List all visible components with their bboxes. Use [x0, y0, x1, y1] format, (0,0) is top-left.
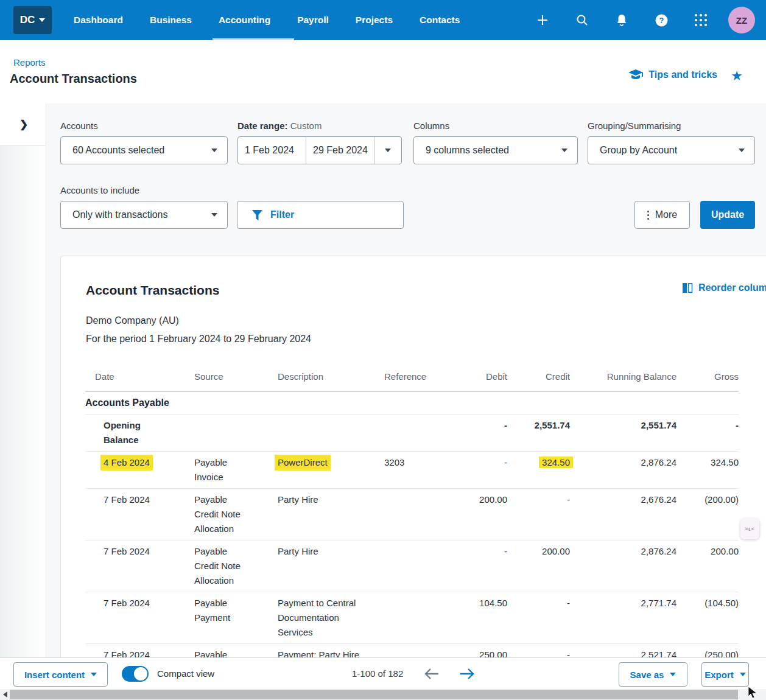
accounts-select-value: 60 Accounts selected: [72, 145, 164, 156]
org-menu-button[interactable]: DC: [13, 6, 52, 34]
table-header-row: Date Source Description Reference Debit …: [85, 363, 739, 392]
table-row[interactable]: 7 Feb 2024 Payable Credit Note Allocatio…: [85, 541, 739, 592]
previous-page-arrow-icon[interactable]: [423, 665, 441, 683]
scrollbar-thumb[interactable]: [10, 690, 738, 699]
columns-filter-label: Columns: [413, 121, 449, 131]
table-row[interactable]: 7 Feb 2024 Payable Credit Note Allocatio…: [85, 489, 739, 541]
chevron-down-icon: [739, 149, 745, 152]
graduation-cap-icon: [628, 69, 643, 80]
date-range-label: Date range: Custom: [237, 121, 322, 131]
col-header-credit[interactable]: Credit: [507, 363, 570, 392]
filter-button[interactable]: Filter: [237, 201, 404, 229]
chevron-down-icon: [561, 149, 567, 152]
col-header-description[interactable]: Description: [268, 363, 374, 392]
rail-header: ❯: [0, 103, 46, 146]
grouping-select[interactable]: Group by Account: [588, 136, 755, 164]
compact-view-toggle[interactable]: [122, 666, 149, 682]
save-as-label: Save as: [630, 670, 664, 680]
accounts-include-value: Only with transactions: [72, 209, 168, 220]
more-button-label: More: [655, 209, 677, 220]
grouping-select-value: Group by Account: [600, 145, 677, 156]
chevron-down-icon: [385, 149, 391, 152]
pagination-range: 1-100 of 182: [352, 668, 403, 679]
save-as-button[interactable]: Save as: [619, 662, 687, 687]
avatar[interactable]: ZZ: [728, 7, 755, 33]
report-company: Demo Company (AU): [86, 315, 179, 326]
page-header: Reports Account Transactions Tips and tr…: [0, 40, 766, 103]
insert-content-label: Insert content: [24, 670, 85, 680]
search-icon[interactable]: [570, 8, 594, 32]
tab-business[interactable]: Business: [150, 15, 192, 26]
col-header-reference[interactable]: Reference: [374, 363, 432, 392]
col-header-source[interactable]: Source: [184, 363, 268, 392]
next-page-arrow-icon[interactable]: [458, 665, 476, 683]
date-range-dropdown[interactable]: [374, 137, 401, 164]
section-header-row: Accounts Payable: [85, 392, 739, 415]
bell-icon[interactable]: [610, 8, 634, 32]
filter-button-label: Filter: [270, 209, 294, 220]
favourite-star-icon[interactable]: ★: [731, 68, 743, 84]
nav-tabs: Dashboard Business Accounting Payroll Pr…: [74, 0, 460, 40]
org-menu-label: DC: [20, 14, 35, 26]
grouping-filter-label: Grouping/Summarising: [588, 121, 681, 131]
date-from-input[interactable]: 1 Feb 2024: [238, 137, 306, 164]
accounts-filter-label: Accounts: [60, 121, 98, 131]
section-title: Accounts Payable: [85, 392, 739, 415]
col-header-gross[interactable]: Gross: [676, 363, 739, 392]
avatar-initials: ZZ: [736, 15, 747, 26]
plus-icon[interactable]: [530, 8, 555, 32]
reorder-columns-label: Reorder columns: [698, 282, 766, 293]
export-button[interactable]: Export: [701, 662, 749, 687]
date-to-input[interactable]: 29 Feb 2024: [306, 137, 374, 164]
page-title: Account Transactions: [10, 72, 137, 86]
chevron-down-icon: [740, 673, 746, 676]
transactions-body: Accounts Payable Opening Balance - 2,551…: [85, 392, 739, 681]
floating-extension-button[interactable]: >ᴌ<: [740, 519, 759, 539]
insert-content-button[interactable]: Insert content: [13, 662, 108, 687]
table-row[interactable]: 4 Feb 2024 Payable Invoice PowerDirect 3…: [85, 452, 739, 489]
funnel-icon: [252, 210, 262, 220]
report-period: For the period 1 February 2024 to 29 Feb…: [86, 334, 311, 345]
report-title: Account Transactions: [86, 283, 219, 298]
tab-projects[interactable]: Projects: [356, 15, 393, 26]
help-icon[interactable]: ?: [649, 8, 673, 32]
footer-toolbar: Insert content Compact view 1-100 of 182…: [0, 657, 766, 689]
tips-and-tricks-link[interactable]: Tips and tricks: [628, 69, 717, 80]
horizontal-scrollbar[interactable]: [0, 689, 766, 700]
tab-contacts[interactable]: Contacts: [420, 15, 460, 26]
table-row[interactable]: Opening Balance - 2,551.74 2,551.74 -: [85, 415, 739, 452]
breadcrumb-reports[interactable]: Reports: [13, 57, 46, 68]
reorder-columns-link[interactable]: Reorder columns: [683, 282, 766, 293]
apps-grid-icon[interactable]: [689, 8, 713, 32]
tab-dashboard[interactable]: Dashboard: [74, 15, 123, 26]
columns-icon: [683, 283, 693, 293]
expand-panel-chevron-icon[interactable]: ❯: [19, 118, 28, 131]
columns-select-value: 9 columns selected: [426, 145, 509, 156]
left-rail: ❯: [0, 103, 46, 657]
export-label: Export: [705, 670, 734, 680]
update-button[interactable]: Update: [700, 201, 755, 229]
nav-icon-group: ? ZZ: [530, 0, 766, 40]
accounts-include-label: Accounts to include: [60, 185, 139, 195]
chevron-down-icon: [39, 18, 45, 22]
col-header-running-balance[interactable]: Running Balance: [570, 363, 676, 392]
compact-view-label: Compact view: [157, 668, 214, 679]
top-navigation: DC Dashboard Business Accounting Payroll…: [0, 0, 766, 40]
more-button[interactable]: More: [634, 201, 690, 229]
chevron-down-icon: [211, 149, 217, 152]
date-range-picker: 1 Feb 2024 29 Feb 2024: [237, 136, 402, 164]
chevron-down-icon: [211, 213, 217, 217]
kebab-menu-icon: [647, 211, 649, 220]
chevron-down-icon: [670, 673, 676, 676]
tab-accounting[interactable]: Accounting: [219, 15, 270, 26]
accounts-select[interactable]: 60 Accounts selected: [60, 136, 228, 164]
col-header-date[interactable]: Date: [85, 363, 184, 392]
scroll-left-arrow-icon[interactable]: [0, 689, 10, 700]
tab-payroll[interactable]: Payroll: [297, 15, 329, 26]
accounts-include-select[interactable]: Only with transactions: [60, 201, 228, 229]
table-row[interactable]: 7 Feb 2024 Payable Payment Payment to Ce…: [85, 592, 739, 644]
transactions-table: Date Source Description Reference Debit …: [85, 363, 739, 681]
col-header-debit[interactable]: Debit: [432, 363, 507, 392]
columns-select[interactable]: 9 columns selected: [413, 136, 578, 164]
tips-and-tricks-label: Tips and tricks: [648, 69, 717, 80]
